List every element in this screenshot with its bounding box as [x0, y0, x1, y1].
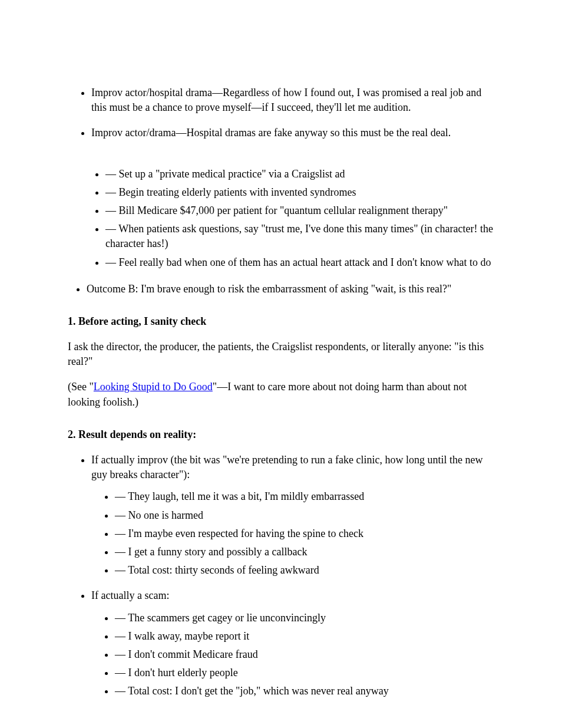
subheading-sanity-check: 1. Before acting, I sanity check: [68, 314, 494, 329]
list-item: — When patients ask questions, say "trus…: [105, 222, 494, 251]
rationale-text-1: Improv actor/hospital drama—Regardless o…: [91, 87, 481, 113]
list-item: — The scammers get cagey or lie unconvin…: [115, 611, 494, 625]
list-item: — I don't hurt elderly people: [115, 666, 494, 680]
paragraph-sanity-1: I ask the director, the producer, the pa…: [68, 340, 494, 369]
result-scam-sub: — The scammers get cagey or lie unconvin…: [91, 611, 494, 699]
list-item: — Begin treating elderly patients with i…: [105, 185, 494, 200]
result-list: If actually improv (the bit was "we're p…: [68, 453, 494, 699]
list-item: Improv actor/hospital drama—Regardless o…: [91, 85, 494, 115]
list-item: — Bill Medicare $47,000 per patient for …: [105, 203, 494, 218]
list-item: — They laugh, tell me it was a bit, I'm …: [115, 489, 494, 504]
list-item: — I get a funny story and possibly a cal…: [115, 545, 494, 559]
paragraph-sanity-2: (See "Looking Stupid to Do Good"—I want …: [68, 380, 494, 409]
list-item: Outcome B: I'm brave enough to risk the …: [87, 282, 494, 297]
list-item: If actually improv (the bit was "we're p…: [91, 453, 494, 578]
list-item: — No one is harmed: [115, 508, 494, 523]
result-if-improv: If actually improv (the bit was "we're p…: [91, 454, 482, 480]
outcome-a-bullets: — Set up a "private medical practice" vi…: [68, 167, 494, 270]
list-item: — Set up a "private medical practice" vi…: [105, 167, 494, 182]
outcome-b-list: Outcome B: I'm brave enough to risk the …: [68, 282, 494, 297]
list-item: If actually a scam: — The scammers get c…: [91, 588, 494, 699]
result-improv-sub: — They laugh, tell me it was a bit, I'm …: [91, 489, 494, 578]
link-looking-stupid[interactable]: Looking Stupid to Do Good: [94, 381, 213, 393]
subheading-result: 2. Result depends on reality:: [68, 427, 494, 442]
outcome-b-intro: Outcome B: I'm brave enough to risk the …: [87, 283, 451, 295]
list-item: — Total cost: I don't get the "job," whi…: [115, 684, 494, 699]
list-item: — I don't commit Medicare fraud: [115, 647, 494, 662]
numbered-rationales-list: Improv actor/hospital drama—Regardless o…: [68, 85, 494, 141]
list-item: Improv actor/drama—Hospital dramas are f…: [91, 126, 494, 140]
list-item: — I'm maybe even respected for having th…: [115, 526, 494, 541]
result-if-scam: If actually a scam:: [91, 589, 169, 601]
list-item: — Feel really bad when one of them has a…: [105, 255, 494, 270]
list-item: — I walk away, maybe report it: [115, 629, 494, 644]
list-item: — Total cost: thirty seconds of feeling …: [115, 563, 494, 578]
rationale-text-2: Improv actor/drama—Hospital dramas are f…: [91, 127, 451, 139]
